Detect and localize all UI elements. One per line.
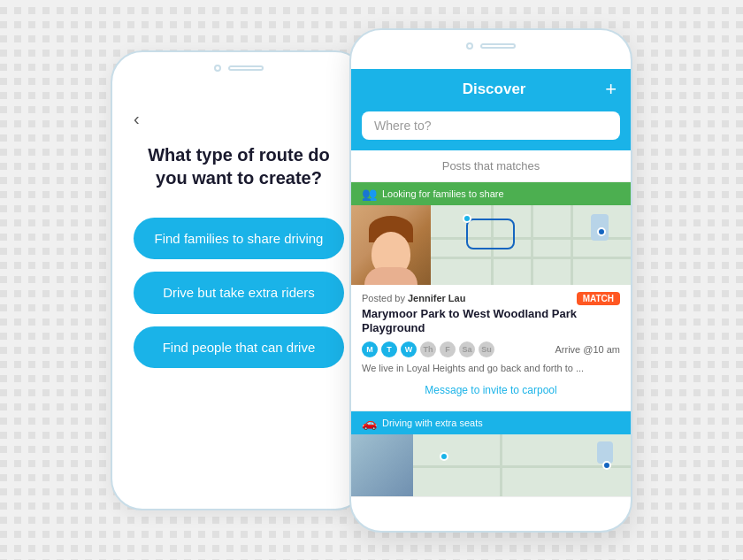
phones-container: ‹ What type of route do you want to crea… xyxy=(111,28,632,533)
arrive-time: Arrive @10 am xyxy=(555,344,620,355)
card-media xyxy=(351,205,631,285)
map2-road xyxy=(413,465,631,468)
search-bar[interactable]: Where to? xyxy=(362,111,620,140)
right-phone-speaker xyxy=(466,42,516,50)
card2-photo xyxy=(351,434,413,496)
option-find-drivers-button[interactable]: Find people that can drive xyxy=(134,326,344,369)
map2-dot-1 xyxy=(440,452,448,461)
day-tuesday: T xyxy=(381,341,397,357)
map2-road-v xyxy=(500,434,502,496)
speaker-dot-right xyxy=(466,42,473,50)
face-body xyxy=(364,267,417,285)
speaker-dot xyxy=(214,65,221,72)
route-question-title: What type of route do you want to create… xyxy=(134,143,344,189)
day-saturday: Sa xyxy=(459,341,475,357)
search-placeholder: Where to? xyxy=(374,119,432,133)
back-button[interactable]: ‹ xyxy=(134,109,155,129)
map-dot-2 xyxy=(597,227,606,236)
card-info: Posted by Jennifer Lau MATCH Marymoor Pa… xyxy=(351,285,631,411)
posted-by-label: Posted by Jennifer Lau xyxy=(362,293,465,303)
card2-map xyxy=(413,434,631,496)
map-background xyxy=(431,205,631,285)
card2-media xyxy=(351,434,631,496)
card-description: We live in Loyal Heights and go back and… xyxy=(362,363,620,373)
posts-header-label: Posts that matches xyxy=(351,150,631,182)
day-friday: F xyxy=(440,341,456,357)
card2-banner-label: Driving with extra seats xyxy=(382,418,483,428)
speaker-bar xyxy=(228,65,264,71)
families-icon: 👥 xyxy=(362,187,377,201)
card-families: 👥 Looking for families to share xyxy=(351,182,631,412)
discover-title: Discover xyxy=(383,81,605,98)
add-button[interactable]: + xyxy=(605,78,617,101)
card-banner-families: 👥 Looking for families to share xyxy=(351,182,631,205)
map-route xyxy=(466,219,515,249)
posts-section: Posts that matches 👥 Looking for familie… xyxy=(351,150,631,531)
poster-name: Jennifer Lau xyxy=(408,293,465,303)
phone-left: ‹ What type of route do you want to crea… xyxy=(111,50,367,510)
search-container: Where to? xyxy=(351,111,631,150)
message-invite-link[interactable]: Message to invite to carpool xyxy=(362,380,620,403)
day-wednesday: W xyxy=(401,341,417,357)
days-row: M T W Th F Sa Su Arrive @10 am xyxy=(362,341,620,357)
card-title: Marymoor Park to West Woodland Park Play… xyxy=(362,307,620,337)
right-phone-content: Discover + Where to? Posts that matches … xyxy=(351,69,631,531)
option-families-button[interactable]: Find families to share driving xyxy=(134,218,344,260)
left-phone-speaker xyxy=(214,65,264,72)
map2-dot-2 xyxy=(602,461,611,470)
person-photo-container xyxy=(351,205,431,285)
person-photo xyxy=(351,205,431,285)
left-phone-content: ‹ What type of route do you want to crea… xyxy=(112,91,365,509)
phone-right: Discover + Where to? Posts that matches … xyxy=(349,28,632,533)
card-driving: 🚗 Driving with extra seats xyxy=(351,411,631,497)
option-extra-riders-button[interactable]: Drive but take extra riders xyxy=(134,272,344,314)
card2-map-bg xyxy=(413,434,631,496)
posted-by-row: Posted by Jennifer Lau MATCH xyxy=(362,292,620,305)
map-road-v xyxy=(531,205,533,285)
card-map xyxy=(431,205,631,285)
speaker-bar-right xyxy=(480,43,516,49)
map-road-v3 xyxy=(571,205,573,285)
day-sunday: Su xyxy=(479,341,494,357)
card-banner-label: Looking for families to share xyxy=(382,188,504,199)
discover-header: Discover + xyxy=(351,69,631,111)
card2-banner: 🚗 Driving with extra seats xyxy=(351,411,631,434)
match-badge: MATCH xyxy=(577,292,620,305)
map-dot-1 xyxy=(463,214,471,223)
day-monday: M xyxy=(362,341,378,357)
driving-icon: 🚗 xyxy=(362,416,377,430)
map-road-h2 xyxy=(431,257,631,259)
day-thursday: Th xyxy=(420,341,436,357)
